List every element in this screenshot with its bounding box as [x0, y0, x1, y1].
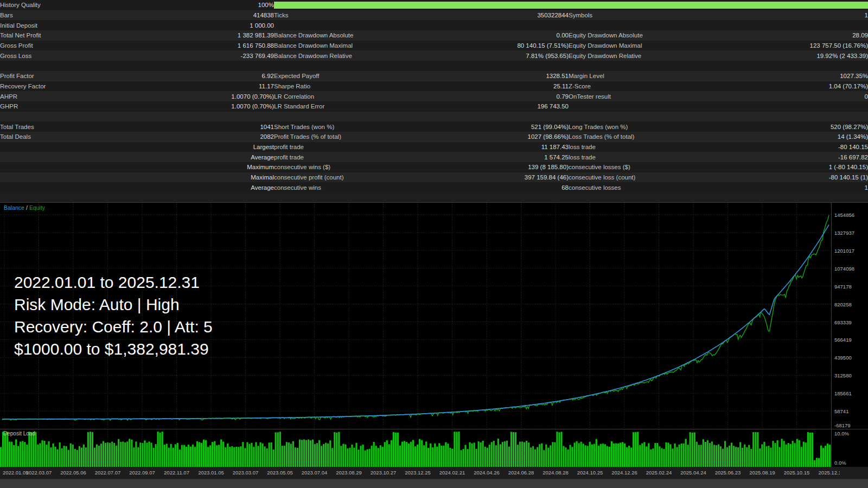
- stats-row: Gross Loss-233 769.49Balance Drawdown Re…: [0, 50, 868, 61]
- stat-label: Balance Drawdown Maximal: [274, 41, 458, 51]
- y-axis-label: 185661: [834, 390, 852, 396]
- stat-value: 1027.35%: [754, 71, 868, 81]
- time-axis: 2022.01.052022.03.072022.05.062022.07.07…: [0, 467, 868, 479]
- stat-label: Z-Score: [569, 81, 754, 92]
- stat-value: 1.0070 (0.70%): [163, 91, 274, 101]
- stat-label: Total Trades: [0, 121, 163, 132]
- stat-label: Recovery Factor: [0, 81, 163, 92]
- balance-equity-chart[interactable]: Balance/Equity 2022.01.01 to 2025.12.31 …: [0, 202, 868, 429]
- horizontal-scrollbar[interactable]: [0, 479, 868, 488]
- legend-equity-label: Equity: [29, 204, 45, 211]
- stat-value: Largest: [163, 142, 274, 152]
- stat-label: LR Standard Error: [274, 101, 458, 112]
- y-axis-label: 439500: [834, 355, 852, 361]
- stat-label: [0, 142, 163, 152]
- stats-row: Bars414838Ticks350322844Symbols1: [0, 10, 868, 21]
- stat-label: [0, 182, 163, 192]
- stats-row: Total Trades1041Short Trades (won %)521 …: [0, 121, 868, 132]
- stat-label: [0, 152, 163, 162]
- legend-balance-label: Balance: [4, 204, 24, 211]
- stat-label: Loss Trades (% of total): [569, 132, 754, 142]
- x-axis-label: 2025.04.24: [680, 470, 706, 476]
- stat-label: Expected Payoff: [274, 71, 458, 81]
- stats-table-body: History Quality100%Bars414838Ticks350322…: [0, 0, 868, 192]
- y-axis-label: 820258: [834, 301, 852, 307]
- stats-row: Gross Profit1 616 750.88Balance Drawdown…: [0, 41, 868, 51]
- stat-label: consecutive profit (count): [274, 172, 458, 183]
- stat-value: 1 382 981.39: [163, 30, 274, 41]
- stat-value: 1.0070 (0.70%): [163, 101, 274, 112]
- stats-row: Initial Deposit1 000.00: [0, 20, 868, 30]
- stats-row: Averageconsecutive wins68consecutive los…: [0, 182, 868, 192]
- x-axis-label: 2025.12.11: [819, 470, 840, 476]
- deposit-load-panel[interactable]: Deposit Load 10.0% 0.0%: [0, 429, 868, 467]
- stat-value: 123 757.50 (16.76%): [754, 41, 868, 51]
- stat-label: Balance Drawdown Relative: [274, 50, 458, 61]
- stats-row: History Quality100%: [0, 0, 868, 10]
- x-axis-label: 2025.10.15: [784, 470, 810, 476]
- y-axis-label: 1454856: [834, 212, 854, 218]
- stat-label: Bars: [0, 10, 163, 21]
- stats-row: Largestprofit trade11 187.43loss trade-8…: [0, 142, 868, 152]
- x-axis-label: 2022.03.07: [26, 470, 52, 476]
- deposit-min-label: 0.0%: [834, 460, 846, 466]
- stat-label: Symbols: [569, 10, 754, 21]
- x-axis-label: 2023.07.04: [302, 470, 328, 476]
- stat-value: 100%: [163, 0, 274, 10]
- stat-value: 68: [458, 182, 569, 192]
- stat-label: [0, 162, 163, 172]
- deposit-load-svg[interactable]: [0, 429, 831, 467]
- stat-label: Short Trades (won %): [274, 121, 458, 132]
- stats-row: Total Net Profit1 382 981.39Balance Draw…: [0, 30, 868, 41]
- stat-label: consecutive losses ($): [569, 162, 754, 172]
- stat-label: [569, 20, 754, 30]
- overlay-line-result: $1000.00 to $1,382,981.39: [14, 338, 213, 360]
- y-axis-label: 947178: [834, 283, 852, 289]
- stat-label: LR Correlation: [274, 91, 458, 101]
- stats-table: History Quality100%Bars414838Ticks350322…: [0, 0, 868, 192]
- x-axis-label: 2023.03.07: [233, 470, 259, 476]
- stat-value: 1 616 750.88: [163, 41, 274, 51]
- y-axis: 1454856132793712010171074098947178820258…: [831, 203, 868, 429]
- stats-row: Maximumconsecutive wins ($)139 (8 185.80…: [0, 162, 868, 172]
- legend-separator: /: [26, 204, 28, 211]
- stat-label: [569, 101, 754, 112]
- x-axis-label: 2024.08.28: [542, 470, 569, 476]
- stat-label: loss trade: [569, 142, 754, 152]
- stat-label: consecutive losses: [569, 182, 754, 192]
- stat-label: Total Net Profit: [0, 30, 163, 41]
- y-axis-label: 693339: [834, 319, 852, 325]
- x-axis-label: 2023.12.25: [405, 470, 431, 476]
- x-axis-label: 2023.08.29: [336, 470, 362, 476]
- stat-label: Balance Drawdown Absolute: [274, 30, 458, 41]
- chart-legend: Balance/Equity: [4, 204, 45, 211]
- stat-value: 28.09: [754, 30, 868, 41]
- stat-value: 1041: [163, 121, 274, 132]
- stat-value: [754, 20, 868, 30]
- stats-row: [0, 112, 868, 122]
- stat-value: 139 (8 185.80): [458, 162, 569, 172]
- stat-value: 11.17: [163, 81, 274, 92]
- stat-label: loss trade: [569, 152, 754, 162]
- stat-value: 1 000.00: [163, 20, 274, 30]
- stat-label: OnTester result: [569, 91, 754, 101]
- stat-value: 1328.51: [458, 71, 569, 81]
- x-axis-label: 2022.07.07: [95, 470, 121, 476]
- stat-label: consecutive wins ($): [274, 162, 458, 172]
- stat-value: 25.11: [458, 81, 569, 92]
- stats-row: Recovery Factor11.17Sharpe Ratio25.11Z-S…: [0, 81, 868, 92]
- stat-value: 1027 (98.66%): [458, 132, 569, 142]
- x-axis-label: 2024.06.28: [508, 470, 534, 476]
- stat-label: [274, 20, 458, 30]
- stat-value: 80 140.15 (7.51%): [458, 41, 569, 51]
- stats-row: Total Deals2082Profit Trades (% of total…: [0, 132, 868, 142]
- history-quality-progress-track: [274, 0, 868, 10]
- stat-label: AHPR: [0, 91, 163, 101]
- overlay-line-daterange: 2022.01.01 to 2025.12.31: [14, 271, 213, 293]
- y-axis-label: 312580: [834, 373, 852, 378]
- stat-value: 196 743.50: [458, 101, 569, 112]
- x-axis-label: 2023.05.05: [267, 470, 293, 476]
- stat-label: Margin Level: [569, 71, 754, 81]
- stat-value: -80 140.15: [754, 142, 868, 152]
- stat-value: 1: [754, 182, 868, 192]
